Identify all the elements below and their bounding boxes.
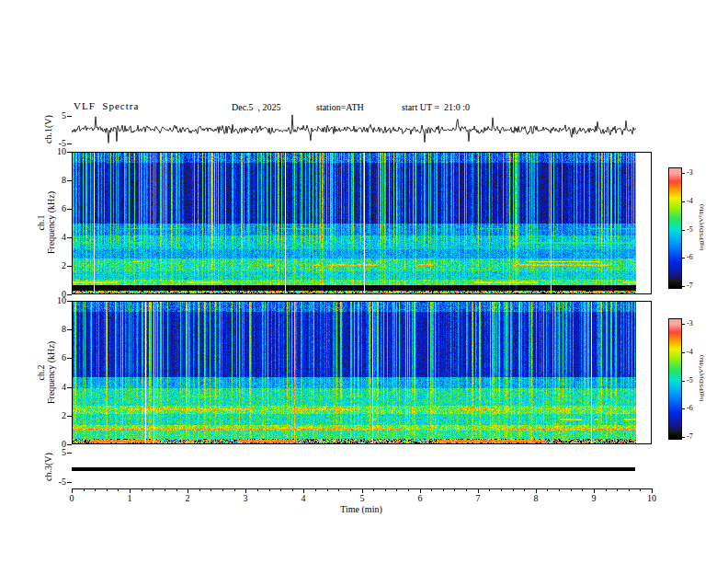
- freq-tick-label: 8: [46, 325, 66, 334]
- colorbar-tick: [681, 324, 685, 325]
- freq-tick-label: 10: [46, 296, 66, 305]
- x-minor-tick: [95, 488, 96, 491]
- x-minor-tick: [222, 488, 223, 491]
- volt-tick-label: -5: [46, 139, 66, 148]
- freq-tick: [67, 237, 72, 238]
- colorbar2-label: log(PSD)/(V²/Hz): [698, 341, 705, 415]
- freq-tick: [67, 358, 72, 359]
- colorbar2-canvas: [669, 319, 681, 439]
- colorbar-tick-label: -5: [687, 226, 693, 234]
- ch3-waveform-trace: [72, 467, 635, 471]
- colorbar-tick-label: -7: [687, 433, 693, 441]
- x-minor-tick: [629, 488, 630, 491]
- x-minor-tick: [524, 488, 525, 491]
- x-minor-tick: [315, 488, 316, 491]
- colorbar-tick-label: -4: [687, 349, 693, 356]
- x-minor-tick: [617, 488, 618, 491]
- x-minor-tick: [431, 488, 432, 491]
- plot-title: VLF Spectra: [74, 101, 139, 111]
- colorbar-tick: [681, 201, 685, 202]
- volt-tick: [67, 116, 72, 117]
- freq-tick: [67, 152, 72, 153]
- colorbar-tick-label: -5: [687, 377, 693, 385]
- x-minor-tick: [640, 488, 641, 491]
- volt-tick-label: 5: [46, 448, 66, 457]
- ch2-spec-ylabel-line1: ch.2: [36, 317, 46, 428]
- colorbar-tick: [681, 173, 685, 174]
- x-minor-tick: [571, 488, 572, 491]
- colorbar-tick: [681, 230, 685, 231]
- ch1-spectrogram-canvas: [73, 153, 636, 293]
- colorbar-tick: [681, 437, 685, 438]
- x-minor-tick: [350, 488, 351, 491]
- x-minor-tick: [513, 488, 514, 491]
- x-minor-tick: [408, 488, 409, 491]
- volt-tick: [67, 453, 72, 454]
- freq-tick: [67, 209, 72, 210]
- x-minor-tick: [142, 488, 142, 491]
- x-minor-tick: [466, 488, 467, 491]
- freq-tick: [67, 180, 72, 181]
- x-minor-tick: [606, 488, 607, 491]
- x-minor-tick: [118, 488, 119, 491]
- x-tick-label: 8: [527, 494, 545, 503]
- x-minor-tick: [210, 488, 211, 491]
- x-tick-label: 0: [63, 494, 81, 503]
- freq-tick-label: 6: [46, 353, 66, 362]
- freq-tick-label: 10: [46, 147, 66, 156]
- freq-tick-label: 8: [46, 176, 66, 185]
- colorbar-tick: [681, 381, 685, 382]
- x-tick-label: 10: [643, 494, 661, 503]
- x-minor-tick: [153, 488, 154, 491]
- x-tick-label: 5: [353, 494, 371, 503]
- x-minor-tick: [107, 488, 108, 491]
- freq-tick-label: 2: [46, 411, 66, 420]
- x-minor-tick: [396, 488, 397, 491]
- x-minor-tick: [84, 488, 85, 491]
- colorbar1-label: log(PSD)/(V²/Hz): [698, 190, 705, 264]
- freq-tick-label: 2: [46, 261, 66, 270]
- vlf-spectra-figure: VLF Spectra Dec.5 , 2025 station=ATH sta…: [0, 0, 728, 563]
- x-minor-tick: [165, 488, 165, 491]
- x-tick-label: 1: [120, 494, 139, 503]
- colorbar-tick-label: -7: [687, 282, 693, 290]
- x-minor-tick: [280, 488, 281, 491]
- colorbar-tick: [681, 258, 685, 259]
- colorbar-tick-label: -3: [687, 169, 693, 177]
- x-minor-tick: [489, 488, 490, 491]
- x-minor-tick: [257, 488, 258, 491]
- x-tick-label: 3: [236, 494, 255, 503]
- x-minor-tick: [338, 488, 339, 491]
- colorbar-tick: [681, 286, 685, 287]
- x-minor-tick: [327, 488, 328, 491]
- freq-tick-label: 4: [46, 233, 66, 242]
- freq-tick: [67, 294, 72, 295]
- colorbar-tick-label: -6: [687, 405, 693, 412]
- colorbar-tick: [681, 408, 685, 409]
- x-tick-label: 9: [585, 494, 603, 503]
- colorbar-tick: [681, 352, 685, 353]
- x-tick-label: 4: [294, 494, 313, 503]
- x-tick-label: 2: [178, 494, 197, 503]
- x-minor-tick: [199, 488, 200, 491]
- x-minor-tick: [269, 488, 270, 491]
- x-minor-tick: [582, 488, 583, 491]
- volt-tick-label: 5: [46, 111, 66, 121]
- freq-tick: [67, 416, 72, 417]
- freq-tick: [67, 387, 72, 388]
- colorbar-tick-label: -6: [687, 254, 693, 261]
- ch2-spectrogram-canvas: [73, 302, 636, 443]
- plot-start-ut: start UT = 21:0 :0: [402, 102, 470, 112]
- freq-tick: [67, 329, 72, 330]
- ch1-spec-ylabel-line1: ch.1: [36, 167, 46, 278]
- x-minor-tick: [501, 488, 502, 491]
- x-minor-tick: [176, 488, 177, 491]
- colorbar1-canvas: [669, 168, 681, 288]
- plot-date: Dec.5 , 2025: [232, 102, 281, 112]
- x-minor-tick: [559, 488, 560, 491]
- freq-tick: [67, 266, 72, 267]
- x-minor-tick: [443, 488, 444, 491]
- plot-station: station=ATH: [316, 102, 364, 112]
- freq-tick-label: 6: [46, 204, 66, 213]
- colorbar-tick-label: -4: [687, 198, 693, 205]
